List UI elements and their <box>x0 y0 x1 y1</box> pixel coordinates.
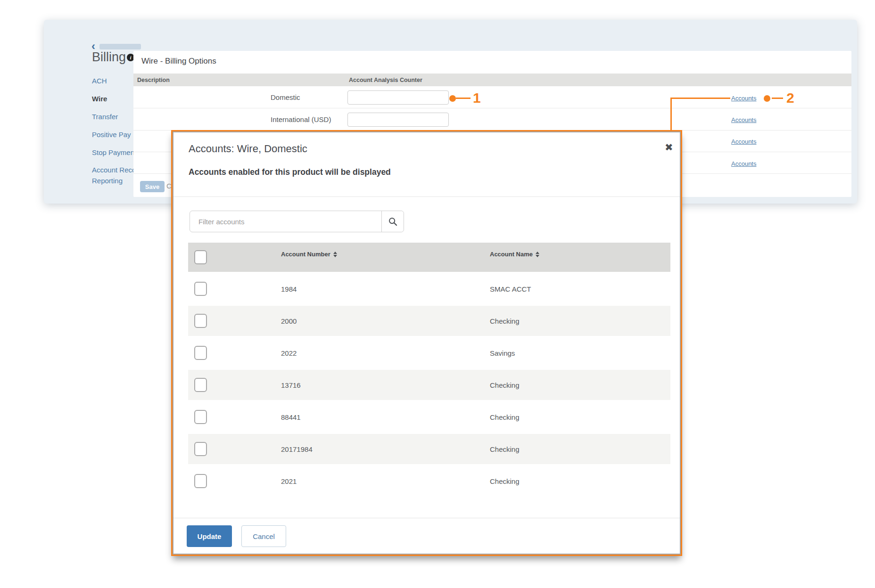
accounts-table: Account Number Account Name 1984 SMAC AC… <box>188 243 670 496</box>
accounts-link-international[interactable]: Accounts <box>731 138 756 145</box>
account-name: Checking <box>490 477 520 485</box>
close-icon[interactable]: ✖ <box>665 142 673 153</box>
account-name: Checking <box>490 445 520 453</box>
counter-input-domestic[interactable] <box>347 90 449 105</box>
account-name: Savings <box>490 349 515 357</box>
accounts-table-header: Account Number Account Name <box>188 243 670 272</box>
account-row: 2000 Checking <box>188 306 670 336</box>
modal-header-divider <box>173 196 680 197</box>
account-number: 20171984 <box>281 445 313 453</box>
update-button[interactable]: Update <box>187 525 232 547</box>
account-row: 88441 Checking <box>188 402 670 432</box>
counter-input-international-usd[interactable] <box>347 113 449 127</box>
row-checkbox[interactable] <box>194 314 207 328</box>
row-checkbox[interactable] <box>194 378 207 392</box>
search-icon <box>388 217 397 226</box>
account-name: Checking <box>490 381 520 389</box>
marker-1-line <box>456 98 471 99</box>
accounts-link-domestic[interactable]: Accounts <box>731 95 756 102</box>
account-number: 2000 <box>281 317 297 325</box>
modal-footer-divider <box>173 518 680 518</box>
marker-1-label: 1 <box>473 91 481 105</box>
marker-2-label: 2 <box>786 91 794 105</box>
sort-icon <box>333 252 337 257</box>
save-button[interactable]: Save <box>140 181 165 192</box>
account-row: 2022 Savings <box>188 338 670 368</box>
account-row: 20171984 Checking <box>188 434 670 464</box>
account-row: 13716 Checking <box>188 370 670 400</box>
account-name: Checking <box>490 413 520 421</box>
page-title: Billing <box>92 50 126 65</box>
row-checkbox[interactable] <box>194 346 207 360</box>
accounts-link-international-usd[interactable]: Accounts <box>731 116 756 123</box>
filter-group <box>190 211 404 232</box>
column-account-name-label: Account Name <box>490 251 533 258</box>
filter-accounts-input[interactable] <box>190 211 381 232</box>
modal-title: Accounts: Wire, Domestic <box>189 143 307 155</box>
column-account-analysis-counter: Account Analysis Counter <box>349 77 422 83</box>
column-account-name[interactable]: Account Name <box>490 251 539 258</box>
search-button[interactable] <box>381 211 404 232</box>
account-number: 88441 <box>281 413 301 421</box>
row-checkbox[interactable] <box>194 410 207 424</box>
column-account-number[interactable]: Account Number <box>281 251 337 258</box>
accounts-modal: Accounts: Wire, Domestic ✖ Accounts enab… <box>171 130 682 556</box>
account-number: 1984 <box>281 285 297 293</box>
marker-2-vline <box>670 98 672 131</box>
marker-1-dot <box>449 95 456 102</box>
account-number: 13716 <box>281 381 301 389</box>
account-number: 2022 <box>281 349 297 357</box>
account-name: Checking <box>490 317 520 325</box>
select-all-checkbox[interactable] <box>194 250 207 264</box>
marker-2-line <box>772 98 783 99</box>
accounts-modal-body: Accounts: Wire, Domestic ✖ Accounts enab… <box>173 131 681 555</box>
panel-heading: Wire - Billing Options <box>141 57 216 66</box>
billing-table-header: Description Account Analysis Counter <box>133 74 851 86</box>
marker-2-dot <box>764 95 770 102</box>
column-account-number-label: Account Number <box>281 251 330 258</box>
account-name: SMAC ACCT <box>490 285 531 293</box>
account-row: 2021 Checking <box>188 466 670 496</box>
column-description: Description <box>137 77 170 83</box>
row-description: Domestic <box>271 93 300 101</box>
row-checkbox[interactable] <box>194 474 207 488</box>
modal-subtitle: Accounts enabled for this product will b… <box>189 167 391 177</box>
row-checkbox[interactable] <box>194 442 207 456</box>
sort-icon <box>536 252 539 257</box>
accounts-link-file-uploaded[interactable]: Accounts <box>731 160 756 167</box>
screen: ‹ Billing i ACH Wire Transfer Positive P… <box>0 0 875 588</box>
account-row: 1984 SMAC ACCT <box>188 274 670 304</box>
row-checkbox[interactable] <box>194 282 207 296</box>
marker-2-hline <box>670 98 730 99</box>
row-description: International (USD) <box>271 115 331 123</box>
cancel-button[interactable]: Cancel <box>241 525 286 547</box>
redacted-text-skeleton <box>99 44 141 49</box>
account-number: 2021 <box>281 477 297 485</box>
